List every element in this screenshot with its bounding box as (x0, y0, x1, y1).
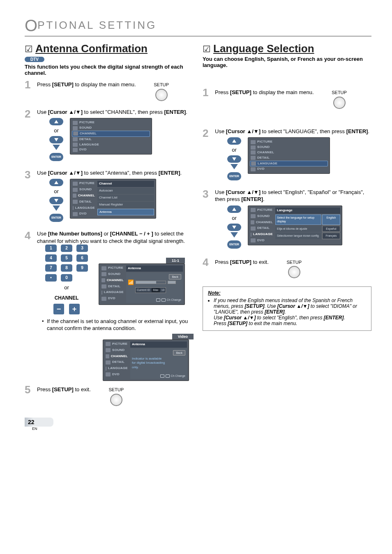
num-key-0[interactable]: 0 (61, 274, 72, 282)
menu-label[interactable]: LANGUAGE (75, 206, 95, 210)
setup-button-icon[interactable] (110, 394, 122, 406)
menu-label[interactable]: DETAIL (79, 137, 92, 142)
setup-button-diagram: SETUP (108, 387, 124, 406)
menu-label[interactable]: LANGUAGE (258, 162, 277, 166)
menu-left-list: PICTURE SOUND CHANNEL DETAIL LANGUAGE DV… (72, 181, 96, 217)
lang-option-spanish[interactable]: Español (322, 226, 340, 232)
or-label: or (232, 215, 237, 222)
picture-icon (251, 208, 256, 212)
setup-label: SETUP (332, 90, 347, 96)
num-key-3[interactable]: 3 (76, 245, 88, 252)
lang-option-french[interactable]: Français (322, 233, 340, 239)
sub-item[interactable]: Autoscan (97, 188, 154, 194)
page-number-band: 22 (25, 418, 53, 427)
video-tag: Video (172, 334, 194, 339)
menu-label[interactable]: DVD (79, 212, 87, 216)
menu-label[interactable]: LANGUAGE (104, 290, 124, 295)
sub-item[interactable]: Manual Register (97, 202, 154, 208)
num-key-2[interactable]: 2 (61, 245, 72, 252)
step-body: Press [SETUP] to exit. SETUP (37, 384, 194, 410)
menu-label[interactable]: SOUND (79, 126, 92, 130)
num-key-9[interactable]: 9 (76, 264, 88, 272)
menu-label[interactable]: LANGUAGE (79, 143, 99, 147)
max-label: Max (152, 288, 159, 292)
menu-label[interactable]: DETAIL (108, 284, 120, 289)
menu-label[interactable]: CHANNEL (256, 220, 273, 225)
num-key-4[interactable]: 4 (45, 254, 57, 262)
menu-label[interactable]: CHANNEL (80, 132, 97, 136)
num-key-7[interactable]: 7 (45, 264, 57, 272)
left-step-4: 4 Use [the Number buttons] or [CHANNEL −… (25, 230, 194, 381)
cursor-up-button[interactable] (227, 205, 241, 213)
menu-label[interactable]: PICTURE (257, 140, 272, 144)
menu-label[interactable]: PICTURE (112, 342, 127, 346)
menu-label[interactable]: DETAIL (112, 360, 125, 365)
step-number: 1 (203, 87, 212, 113)
menu-row: PICTURE (101, 265, 125, 271)
menu-label[interactable]: SOUND (79, 187, 92, 192)
cursor-down-button[interactable] (49, 197, 63, 204)
menu-label[interactable]: DVD (257, 167, 265, 171)
num-key-8[interactable]: 8 (61, 264, 72, 272)
left-title-row: ☑ Antenna Confirmation (25, 42, 194, 55)
cursor-down-button[interactable] (227, 155, 241, 163)
menu-label[interactable]: CHANNEL (107, 278, 124, 283)
svg-marker-4 (232, 139, 236, 143)
menu-label[interactable]: CHANNEL (78, 194, 95, 198)
menu-label[interactable]: DETAIL (79, 200, 92, 204)
menu-label[interactable]: SOUND (108, 272, 120, 277)
text: Press (37, 386, 52, 392)
menu-label[interactable]: DVD (257, 238, 265, 243)
setup-button-icon[interactable] (288, 266, 300, 278)
sub-panel: Channel Autoscan Channel List Manual Reg… (97, 181, 154, 217)
cursor-down-button[interactable] (49, 136, 63, 143)
cursor-up-button[interactable] (227, 137, 241, 145)
back-button[interactable]: Back (173, 350, 185, 355)
menu-panel-channel: PICTURE SOUND CHANNEL DETAIL LANGUAGE DV… (70, 118, 152, 155)
enter-button[interactable]: ENTER (49, 214, 63, 222)
menu-label[interactable]: DETAIL (257, 226, 270, 231)
menu-label[interactable]: SOUND (112, 348, 125, 353)
menu-label[interactable]: DETAIL (257, 156, 270, 160)
menu-label[interactable]: DVD (112, 372, 120, 377)
menu-label[interactable]: PICTURE (79, 120, 95, 125)
enter-button[interactable]: ENTER (227, 172, 241, 180)
channel-plus-button[interactable]: + (69, 304, 80, 314)
channel-icon (73, 132, 78, 136)
back-button[interactable]: Back (169, 274, 181, 279)
channel-minus-button[interactable]: − (53, 304, 64, 314)
menu-label[interactable]: CHANNEL (257, 150, 274, 155)
sub-item[interactable]: Antenna (97, 209, 154, 216)
menu-label[interactable]: SOUND (257, 145, 270, 150)
num-key-5[interactable]: 5 (61, 254, 72, 262)
enter-button[interactable]: ENTER (227, 240, 241, 249)
menu-label[interactable]: LANGUAGE (253, 232, 273, 237)
menu-label[interactable]: DVD (108, 296, 115, 301)
sub-item[interactable]: Channel List (97, 195, 154, 201)
menu-label[interactable]: PICTURE (108, 266, 123, 270)
menu-label[interactable]: LANGUAGE (108, 366, 128, 371)
menu-label[interactable]: PICTURE (79, 181, 95, 186)
picture-icon (106, 342, 111, 346)
menu-label[interactable]: PICTURE (257, 208, 272, 212)
lang-option-english[interactable]: English (322, 215, 340, 225)
menu-panel-antenna: PICTURE SOUND CHANNEL DETAIL LANGUAGE DV… (70, 179, 156, 219)
menu-row: PICTURE (105, 342, 129, 347)
num-key-1[interactable]: 1 (45, 245, 57, 252)
cursor-up-button[interactable] (49, 118, 63, 125)
digital-only-msg: Indicator is available for digital broad… (132, 357, 185, 369)
enter-button[interactable]: ENTER (49, 153, 63, 161)
menu-label[interactable]: CHANNEL (111, 354, 128, 359)
num-key-dot[interactable]: • (45, 274, 57, 282)
menu-label[interactable]: DVD (79, 148, 87, 152)
setup-button-icon[interactable] (333, 97, 346, 109)
menu-label[interactable]: SOUND (257, 214, 270, 219)
enter-key: [ENTER] (241, 196, 263, 202)
menu-row: CHANNEL (250, 150, 328, 155)
setup-button-icon[interactable] (155, 89, 168, 101)
menu-row: DVD (101, 296, 125, 301)
cursor-up-button[interactable] (49, 179, 63, 186)
num-key-6[interactable]: 6 (76, 254, 88, 262)
step-number: 3 (203, 189, 212, 254)
cursor-down-button[interactable] (227, 224, 241, 231)
